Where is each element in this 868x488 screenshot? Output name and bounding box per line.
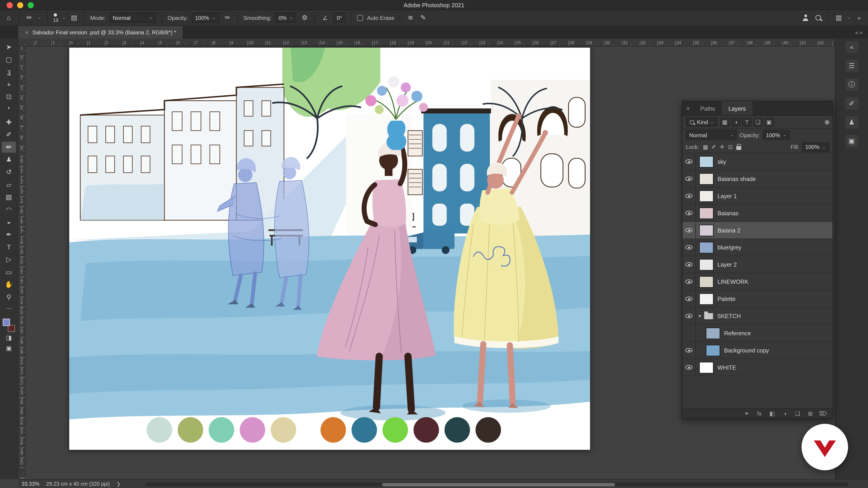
blend-mode-select[interactable]: Normal ⌄ xyxy=(686,130,737,140)
brush-settings-panel[interactable]: ✐ xyxy=(845,97,858,109)
layer-thumbnail[interactable] xyxy=(706,345,720,356)
visibility-eye-icon[interactable] xyxy=(683,291,696,307)
visibility-eye-icon[interactable] xyxy=(683,239,696,256)
status-chevron-icon[interactable]: ❯ xyxy=(116,481,121,486)
visibility-eye-icon[interactable] xyxy=(683,170,696,187)
zoom-window-button[interactable] xyxy=(28,2,34,8)
link-layers[interactable]: ⚭ xyxy=(743,409,750,418)
panel-opacity-field[interactable]: 100% ⌄ xyxy=(763,130,790,140)
lock-pixels[interactable]: ✐ xyxy=(710,142,717,151)
airbrush-icon[interactable]: ≋ xyxy=(406,12,415,23)
ruler-left[interactable]: 1012345678910111213141516171819202122232… xyxy=(18,46,26,479)
layer-thumbnail[interactable] xyxy=(700,208,713,219)
layer-row-baianas-shade[interactable]: Baianas shade xyxy=(683,170,833,188)
layer-row-sky[interactable]: sky xyxy=(683,153,833,170)
layer-row-reference[interactable]: Reference xyxy=(683,325,833,342)
visibility-eye-icon[interactable] xyxy=(683,222,696,238)
layer-row-layer-2[interactable]: Layer 2 xyxy=(683,256,833,273)
layer-thumbnail[interactable] xyxy=(700,259,713,270)
brush-angle-field[interactable]: 0° xyxy=(333,13,345,23)
tool-blur[interactable]: ◠ xyxy=(2,204,16,215)
libraries-panel[interactable]: ▣ xyxy=(845,135,858,147)
visibility-eye-icon[interactable] xyxy=(683,153,696,170)
info-panel[interactable]: ⓘ xyxy=(845,78,858,91)
layer-row-layer-1[interactable]: Layer 1 xyxy=(683,188,833,205)
layer-row-palette[interactable]: Palette xyxy=(683,291,833,308)
tool-clone-stamp[interactable]: ♟ xyxy=(2,154,16,165)
lock-all[interactable] xyxy=(735,142,742,151)
zoom-level-field[interactable]: 33.33% xyxy=(22,481,39,487)
new-adjustment-layer[interactable]: ◑ xyxy=(781,409,789,418)
tool-healing[interactable]: ✚ xyxy=(2,117,16,128)
brush-settings-toggle-icon[interactable]: ▤ xyxy=(70,12,79,23)
layer-thumbnail[interactable] xyxy=(700,191,713,201)
collapse-panels[interactable]: « xyxy=(845,41,858,53)
smoothing-select[interactable]: 0% ⌄ xyxy=(275,13,296,23)
fill-field[interactable]: 100% ⌄ xyxy=(802,142,829,152)
filter-toggle-switch[interactable] xyxy=(825,120,829,124)
tool-type[interactable]: T xyxy=(2,241,16,253)
tab-layers[interactable]: Layers xyxy=(722,101,752,115)
visibility-eye-icon[interactable] xyxy=(683,256,696,273)
layer-thumbnail[interactable] xyxy=(700,173,713,184)
close-window-button[interactable] xyxy=(6,2,13,8)
tool-history-brush[interactable]: ↺ xyxy=(2,166,16,177)
visibility-eye-icon[interactable] xyxy=(683,273,696,290)
smoothing-options-gear-icon[interactable]: ⚙ xyxy=(300,12,309,23)
layer-thumbnail[interactable] xyxy=(700,276,713,287)
foreground-color-swatch[interactable] xyxy=(3,319,10,326)
visibility-eye-icon[interactable] xyxy=(683,359,696,376)
filter-pixel-layers[interactable]: ▦ xyxy=(720,118,730,126)
lock-position[interactable]: ✛ xyxy=(719,142,726,151)
visibility-eye-icon[interactable] xyxy=(683,308,696,324)
layer-thumbnail[interactable] xyxy=(700,293,713,304)
overlay-logo[interactable] xyxy=(802,424,848,470)
ruler-top[interactable]: 2101234567891011121314151617181920212223… xyxy=(18,39,835,46)
visibility-eye-icon[interactable] xyxy=(683,188,696,204)
workspace-switcher-icon[interactable]: ▥ xyxy=(834,12,843,23)
visibility-eye-icon[interactable] xyxy=(683,342,696,358)
tool-zoom[interactable]: ⚲ xyxy=(2,291,16,302)
layer-row-sketch[interactable]: ▾SKETCH xyxy=(683,308,833,325)
edit-toolbar-icon[interactable]: ⋯ xyxy=(2,304,16,313)
document-tab[interactable]: × Salvador Final version .psd @ 33.3% (B… xyxy=(18,26,183,39)
group-disclosure-triangle[interactable]: ▾ xyxy=(699,313,701,319)
filter-smart-objects[interactable]: ▣ xyxy=(764,118,774,126)
tool-move[interactable]: ➤ xyxy=(2,41,16,53)
screen-mode-icon[interactable]: ▣ xyxy=(2,344,16,352)
artboard[interactable] xyxy=(69,48,590,450)
layer-row-baianas[interactable]: Baianas xyxy=(683,205,833,222)
mode-select[interactable]: Normal ⌄ xyxy=(110,13,156,23)
filter-adjustment-layers[interactable]: ◑ xyxy=(731,118,741,126)
pressure-opacity-icon[interactable]: ✑ xyxy=(223,12,232,23)
tab-paths[interactable]: Paths xyxy=(694,101,722,115)
new-group[interactable]: ❏ xyxy=(794,409,801,418)
overflow-icon[interactable]: » xyxy=(855,12,864,23)
layer-thumbnail[interactable] xyxy=(700,362,713,373)
visibility-toggle-empty[interactable] xyxy=(683,325,696,341)
quick-mask-icon[interactable]: ◨ xyxy=(2,333,16,342)
tool-eyedropper[interactable]: ❜ xyxy=(2,104,16,115)
tool-pen[interactable]: ✒ xyxy=(2,229,16,240)
tool-object-selection[interactable]: ⌖ xyxy=(2,79,16,90)
opacity-select[interactable]: 100% ⌄ xyxy=(192,13,219,23)
tool-crop[interactable]: ⊡ xyxy=(2,92,16,103)
layer-row-white[interactable]: WHITE xyxy=(683,359,833,376)
tool-brush[interactable]: ✐ xyxy=(2,129,16,140)
tool-pencil[interactable]: ✏ xyxy=(2,141,16,153)
adjustments-panel[interactable]: ☰ xyxy=(845,60,858,72)
close-panel-icon[interactable]: × xyxy=(683,101,694,115)
tool-path-selection[interactable]: ▷ xyxy=(2,254,16,265)
auto-erase-checkbox[interactable] xyxy=(357,15,363,21)
tool-hand[interactable]: ✋ xyxy=(2,279,16,290)
tool-eraser[interactable]: ▱ xyxy=(2,179,16,190)
current-tool-icon[interactable]: ✏ xyxy=(25,12,34,23)
kind-filter-select[interactable]: Kind ⌄ xyxy=(686,117,717,127)
add-layer-mask[interactable]: ◧ xyxy=(768,409,776,418)
lock-artboard[interactable]: ⊡ xyxy=(727,142,734,151)
new-layer[interactable]: ⊞ xyxy=(807,409,814,418)
pressure-size-icon[interactable]: ✎ xyxy=(419,12,428,23)
layer-row-background-copy[interactable]: Background copy xyxy=(683,342,833,359)
horizontal-scrollbar-track[interactable] xyxy=(146,483,848,486)
tool-shape[interactable]: ▭ xyxy=(2,267,16,278)
